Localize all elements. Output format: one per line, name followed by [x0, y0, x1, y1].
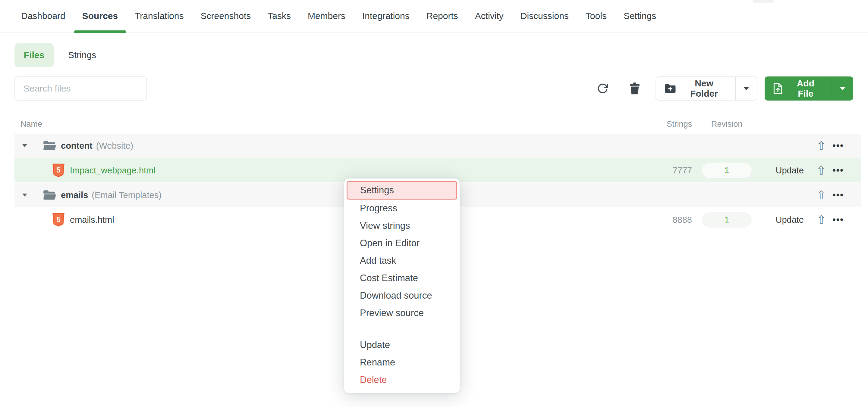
folder-note: (Website)	[96, 141, 133, 151]
file-name[interactable]: emails.html	[70, 215, 114, 225]
nav-item-tools[interactable]: Tools	[586, 0, 607, 32]
chevron-down-icon	[840, 87, 845, 90]
nav-item-screenshots[interactable]: Screenshots	[200, 0, 251, 32]
more-actions-button[interactable]: •••	[831, 190, 845, 200]
chevron-down-icon	[744, 87, 749, 90]
search-input[interactable]	[14, 76, 147, 101]
file-name[interactable]: Impact_webpage.html	[70, 166, 156, 175]
add-file-label: Add File	[788, 78, 823, 99]
tab-strings[interactable]: Strings	[68, 43, 96, 67]
menu-item-view-strings[interactable]: View strings	[344, 217, 460, 235]
file-context-menu: Settings Progress View strings Open in E…	[344, 178, 460, 393]
menu-item-open-in-editor[interactable]: Open in Editor	[344, 235, 460, 252]
more-actions-button[interactable]: •••	[831, 215, 845, 225]
menu-item-download-source[interactable]: Download source	[344, 287, 460, 304]
new-folder-label: New Folder	[681, 78, 727, 99]
revision-badge[interactable]: 1	[702, 163, 752, 178]
menu-item-settings[interactable]: Settings	[347, 181, 457, 200]
add-file-dropdown-button[interactable]	[832, 76, 853, 101]
more-actions-button[interactable]: •••	[831, 141, 845, 151]
upload-translations-icon[interactable]: ⇧	[814, 214, 829, 226]
more-actions-button[interactable]: •••	[831, 165, 845, 175]
upload-translations-icon[interactable]: ⇧	[814, 164, 829, 176]
menu-item-progress[interactable]: Progress	[344, 200, 460, 217]
nav-item-dashboard[interactable]: Dashboard	[21, 0, 65, 32]
refresh-icon	[597, 83, 609, 94]
menu-item-cost-estimate[interactable]: Cost Estimate	[344, 269, 460, 287]
file-upload-icon	[773, 83, 783, 94]
strings-count: 7777	[641, 166, 692, 175]
sources-subtabs: Files Strings	[14, 43, 868, 67]
html5-file-icon: 5	[53, 213, 65, 227]
table-header: Name Strings Revision	[14, 114, 861, 134]
nav-item-members[interactable]: Members	[308, 0, 345, 32]
column-header-strings: Strings	[641, 120, 692, 129]
menu-item-rename[interactable]: Rename	[344, 354, 460, 371]
new-folder-dropdown-button[interactable]	[735, 77, 757, 100]
folder-note: (Email Templates)	[92, 190, 161, 200]
files-toolbar: New Folder Add File	[0, 76, 868, 101]
tab-files[interactable]: Files	[14, 43, 54, 67]
delete-selected-button[interactable]	[627, 81, 642, 96]
menu-item-update[interactable]: Update	[344, 336, 460, 354]
nav-item-discussions[interactable]: Discussions	[521, 0, 569, 32]
add-file-button[interactable]: Add File	[765, 76, 832, 101]
folder-name[interactable]: emails	[61, 190, 88, 200]
caret-down-icon	[22, 144, 27, 147]
nav-item-integrations[interactable]: Integrations	[362, 0, 410, 32]
main-nav: Dashboard Sources Translations Screensho…	[0, 0, 868, 33]
update-link[interactable]: Update	[752, 215, 804, 225]
menu-item-add-task[interactable]: Add task	[344, 252, 460, 269]
menu-divider	[351, 329, 446, 329]
menu-item-delete[interactable]: Delete	[344, 371, 460, 388]
column-header-revision: Revision	[702, 120, 752, 129]
svg-text:5: 5	[56, 166, 60, 174]
refresh-button[interactable]	[595, 81, 610, 96]
add-file-split-button: Add File	[765, 76, 853, 101]
collapse-folder-button[interactable]	[22, 194, 30, 197]
folder-icon	[43, 140, 56, 151]
nav-item-tasks[interactable]: Tasks	[268, 0, 291, 32]
column-header-name: Name	[21, 120, 641, 129]
nav-item-sources[interactable]: Sources	[82, 0, 118, 32]
top-edge-popover-remnant	[753, 0, 774, 3]
folder-plus-icon	[664, 84, 676, 93]
svg-text:5: 5	[56, 215, 60, 224]
nav-item-settings[interactable]: Settings	[624, 0, 656, 32]
trash-icon	[629, 82, 640, 95]
upload-translations-icon[interactable]: ⇧	[814, 189, 829, 201]
table-row-folder-content[interactable]: content (Website) ⇧ •••	[14, 134, 861, 158]
nav-item-reports[interactable]: Reports	[427, 0, 458, 32]
folder-icon	[43, 190, 56, 201]
update-link[interactable]: Update	[752, 166, 804, 175]
new-folder-split-button: New Folder	[655, 76, 757, 101]
menu-item-preview-source[interactable]: Preview source	[344, 304, 460, 322]
nav-item-activity[interactable]: Activity	[475, 0, 504, 32]
new-folder-button[interactable]: New Folder	[656, 77, 735, 100]
toolbar-actions: New Folder Add File	[595, 76, 853, 101]
collapse-folder-button[interactable]	[22, 144, 30, 147]
revision-badge[interactable]: 1	[702, 212, 752, 228]
strings-count: 8888	[641, 215, 692, 225]
caret-down-icon	[22, 194, 27, 197]
folder-name[interactable]: content	[61, 141, 93, 151]
html5-file-icon: 5	[53, 164, 65, 177]
upload-translations-icon[interactable]: ⇧	[814, 140, 829, 152]
nav-item-translations[interactable]: Translations	[135, 0, 184, 32]
